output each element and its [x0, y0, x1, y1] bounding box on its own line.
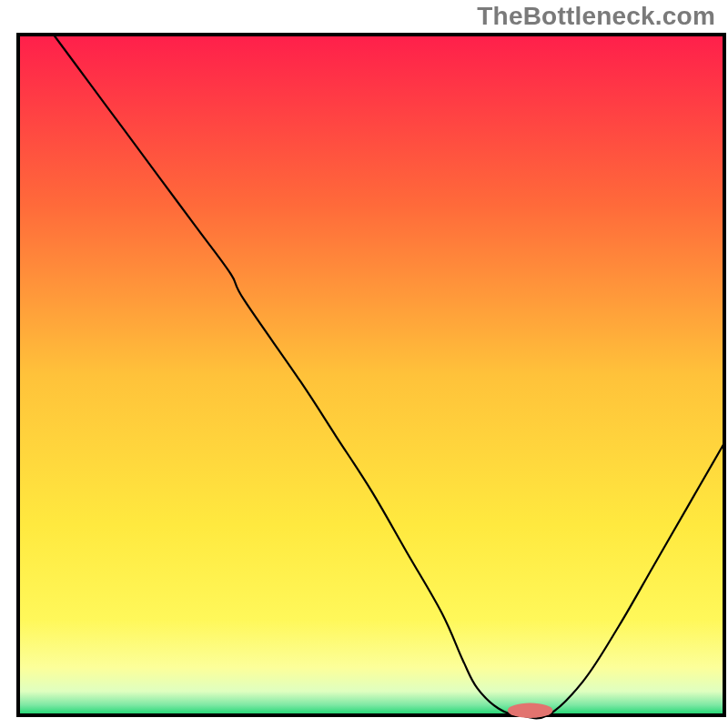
chart-stage: TheBottleneck.com	[0, 0, 728, 728]
chart-background	[18, 35, 724, 715]
chart-svg	[0, 0, 728, 728]
chart-marker	[508, 703, 553, 718]
